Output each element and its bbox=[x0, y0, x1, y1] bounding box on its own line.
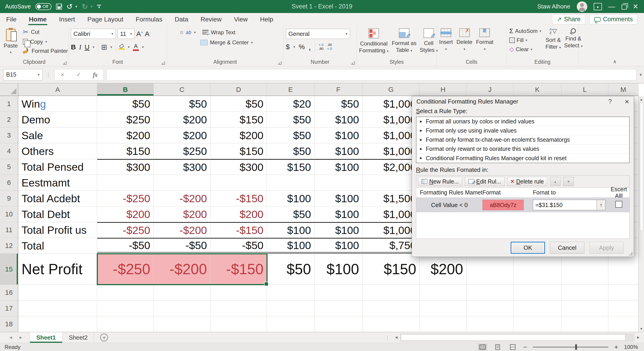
align-bottom-icon[interactable] bbox=[180, 31, 183, 34]
formula-input[interactable] bbox=[106, 69, 636, 80]
row-header-1[interactable]: 1 bbox=[0, 96, 18, 112]
cell-E10[interactable]: $50 bbox=[267, 206, 314, 222]
font-size-select[interactable]: 11▾ bbox=[118, 29, 134, 39]
column-header-B[interactable]: B bbox=[97, 83, 154, 96]
comments-button[interactable]: Comments bbox=[589, 14, 638, 24]
cell-F1[interactable]: $50 bbox=[314, 96, 362, 112]
delete-rule-button[interactable]: ×Delete rule bbox=[507, 177, 547, 186]
cell-D9[interactable]: -$150 bbox=[210, 191, 267, 206]
share-button[interactable]: ↗Share bbox=[552, 14, 586, 24]
row-header-3[interactable]: 3 bbox=[0, 127, 18, 143]
column-header-J[interactable]: J bbox=[466, 83, 514, 96]
prev-sheet-icon[interactable]: ◄ bbox=[9, 335, 13, 340]
cell-E4[interactable]: $50 bbox=[267, 143, 314, 159]
cell-H16[interactable] bbox=[420, 285, 466, 301]
dialog-close-icon[interactable]: × bbox=[624, 98, 629, 105]
avatar[interactable] bbox=[577, 1, 587, 12]
cell-C4[interactable]: $250 bbox=[154, 143, 210, 159]
italic-button[interactable]: I bbox=[79, 43, 82, 51]
row-header-15[interactable]: 15 bbox=[0, 254, 18, 285]
rule-row[interactable]: Cell Value < 0 aB8Ody7z =$31.$150↑ bbox=[416, 198, 629, 212]
delete-cells-button[interactable]: Delete▾ bbox=[456, 28, 472, 59]
cell-B11[interactable]: -$250 bbox=[97, 222, 154, 238]
cell-L16[interactable] bbox=[562, 285, 608, 301]
cell-C12[interactable]: -$50 bbox=[154, 238, 210, 254]
cell-G17[interactable] bbox=[362, 301, 420, 316]
row-header-17[interactable]: 17 bbox=[0, 301, 18, 316]
confirm-entry-icon[interactable]: ✓ bbox=[76, 71, 81, 78]
cell-D2[interactable]: $150 bbox=[210, 112, 267, 127]
cell-A11[interactable]: Total Profit us bbox=[18, 222, 97, 238]
cell-F15[interactable]: $100 bbox=[314, 254, 362, 285]
tab-formulas[interactable]: Formulas bbox=[130, 13, 168, 25]
ok-button[interactable]: OK bbox=[511, 242, 545, 254]
name-box[interactable]: B15▾ bbox=[3, 69, 42, 80]
cell-L15[interactable] bbox=[562, 254, 608, 285]
cell-B15[interactable]: -$250 bbox=[97, 254, 154, 285]
applies-to-input[interactable]: =$31.$150 bbox=[533, 200, 597, 210]
currency-icon[interactable]: $ bbox=[286, 43, 290, 51]
cell-C5[interactable]: $300 bbox=[154, 159, 210, 175]
cell-styles-button[interactable]: CellStyles ▾ bbox=[420, 28, 438, 59]
font-launcher-icon[interactable] bbox=[162, 61, 165, 65]
tab-review[interactable]: Review bbox=[194, 13, 228, 25]
decrease-decimal-icon[interactable]: .00+.0 bbox=[327, 43, 332, 50]
cell-D15[interactable]: -$150 bbox=[210, 254, 267, 285]
cell-G5[interactable]: $2,000 bbox=[362, 159, 420, 175]
cell-A17[interactable] bbox=[18, 301, 97, 316]
cell-K15[interactable] bbox=[514, 254, 562, 285]
cell-E3[interactable]: $50 bbox=[267, 127, 314, 143]
page-layout-view-icon[interactable] bbox=[493, 344, 502, 351]
undo-icon[interactable]: ↺ bbox=[66, 3, 73, 10]
tab-view[interactable]: View bbox=[228, 13, 254, 25]
bold-button[interactable]: B bbox=[71, 43, 76, 51]
column-header-D[interactable]: D bbox=[210, 83, 267, 96]
cell-J18[interactable] bbox=[466, 316, 514, 332]
cell-B6[interactable] bbox=[97, 175, 154, 191]
cell-H15[interactable]: $200 bbox=[420, 254, 466, 285]
cell-E16[interactable] bbox=[267, 285, 314, 301]
scroll-right-icon[interactable]: ► bbox=[634, 334, 642, 342]
column-header-C[interactable]: C bbox=[154, 83, 210, 96]
scroll-up-icon[interactable]: ▲ bbox=[640, 96, 643, 103]
zoom-slider[interactable] bbox=[533, 347, 608, 348]
format-painter-button[interactable]: Format Painter bbox=[23, 48, 68, 54]
row-header-2[interactable]: 2 bbox=[0, 112, 18, 127]
close-button[interactable]: × bbox=[633, 1, 638, 11]
rule-type-item-4[interactable]: ►Format only rewant or to oorature this … bbox=[416, 144, 629, 154]
cell-E15[interactable]: $50 bbox=[267, 254, 314, 285]
user-name[interactable]: Staw Alhone bbox=[537, 3, 570, 10]
cell-D10[interactable]: $200 bbox=[210, 206, 267, 222]
cell-F5[interactable]: $100 bbox=[314, 159, 362, 175]
row-header-18[interactable]: 18 bbox=[0, 316, 18, 332]
rule-type-item-3[interactable]: ►Format only format tx-chat-we-on ecolem… bbox=[416, 135, 629, 144]
cell-A18[interactable] bbox=[18, 316, 97, 332]
page-break-view-icon[interactable] bbox=[508, 344, 517, 351]
new-rule-button[interactable]: New Rule... bbox=[418, 177, 462, 186]
cell-D3[interactable]: $200 bbox=[210, 127, 267, 143]
column-header-M[interactable]: M bbox=[608, 83, 638, 96]
tab-page-layout[interactable]: Page Layout bbox=[81, 13, 130, 25]
cell-G11[interactable]: $1,000 bbox=[362, 222, 420, 238]
decrease-font-icon[interactable]: A- bbox=[145, 30, 150, 38]
cell-A3[interactable]: Sale bbox=[18, 127, 97, 143]
collapse-ribbon-icon[interactable]: ∧ bbox=[613, 59, 616, 65]
sheet-tab-sheet1[interactable]: Sheet1 bbox=[30, 332, 62, 343]
tab-file[interactable]: File bbox=[0, 13, 23, 25]
increase-decimal-icon[interactable]: +.0.80 bbox=[318, 43, 323, 50]
cell-D6[interactable] bbox=[210, 175, 267, 191]
rule-type-item-1[interactable]: ►Format all uonars by colos or indied va… bbox=[416, 117, 629, 126]
cell-E5[interactable]: $150 bbox=[267, 159, 314, 175]
fill-button[interactable]: ↓Fill▾ bbox=[509, 37, 541, 43]
cell-E18[interactable] bbox=[267, 316, 314, 332]
borders-icon[interactable]: ⊞ bbox=[101, 43, 107, 51]
paste-button[interactable]: Paste ▾ bbox=[4, 29, 18, 54]
align-left-icon[interactable] bbox=[169, 41, 172, 44]
cancel-button[interactable]: Cancel bbox=[550, 242, 584, 254]
autosum-button[interactable]: ΣAutoSom▾ bbox=[509, 27, 541, 35]
cell-M17[interactable] bbox=[608, 301, 638, 316]
align-center-icon[interactable] bbox=[175, 41, 178, 44]
cell-A1[interactable]: Wing bbox=[18, 96, 97, 112]
cell-H17[interactable] bbox=[420, 301, 466, 316]
cell-A4[interactable]: Others bbox=[18, 143, 97, 159]
